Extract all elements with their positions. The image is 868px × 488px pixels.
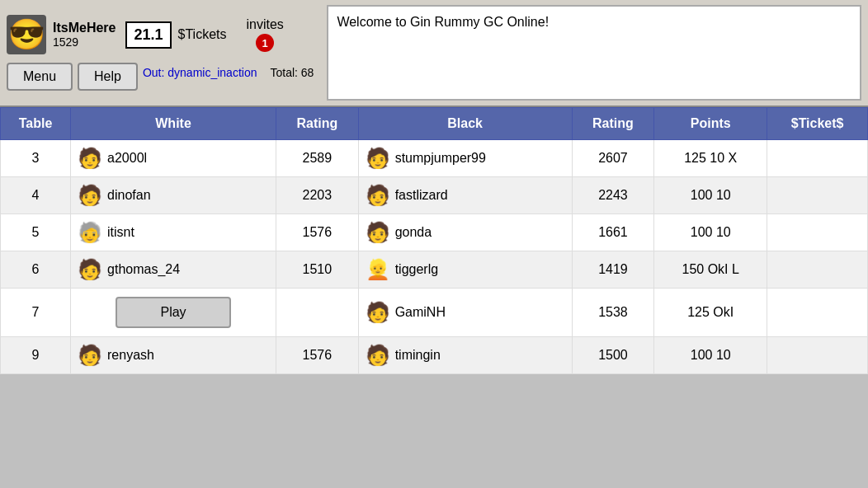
table-row[interactable]: 7Play🧑GamiNH1538125 OkI [1, 289, 868, 337]
user-top: 😎 ItsMeHere 1529 21.1 $Tickets invites 1 [7, 15, 284, 54]
cell-tickets [767, 214, 868, 251]
cell-black-player: 🧑fastlizard [358, 177, 572, 214]
cell-tickets [767, 337, 868, 374]
black-name: timingin [395, 348, 441, 363]
tickets-box: 21.1 [125, 21, 171, 49]
cell-points: 100 10 [654, 337, 767, 374]
menu-button[interactable]: Menu [7, 63, 73, 91]
welcome-box: Welcome to Gin Rummy GC Online! [327, 5, 861, 101]
cell-white-player: 🧑a2000l [71, 140, 276, 177]
cell-table-num: 6 [1, 251, 71, 289]
black-avatar: 🧑 [366, 303, 390, 322]
white-avatar: 🧓 [78, 223, 102, 242]
table-body: 3🧑a2000l2589🧑stumpjumper992607125 10 X4🧑… [1, 140, 868, 374]
cell-black-player: 🧑gonda [358, 214, 572, 251]
black-name: fastlizard [395, 188, 448, 203]
cell-black-rating: 1661 [572, 214, 654, 251]
cell-white-player: 🧓itisnt [71, 214, 276, 251]
table-row[interactable]: 5🧓itisnt1576🧑gonda1661100 10 [1, 214, 868, 251]
invites-badge[interactable]: 1 [256, 34, 274, 52]
white-name: gthomas_24 [107, 262, 180, 277]
white-avatar: 🧑 [78, 148, 102, 168]
black-avatar: 👱 [366, 260, 390, 279]
black-avatar: 🧑 [366, 345, 390, 365]
white-name: a2000l [107, 151, 147, 166]
buttons-row: Menu Help Out: dynamic_inaction Total: 6… [7, 63, 314, 91]
cell-black-rating: 2243 [572, 177, 654, 214]
cell-white-rating: 1576 [276, 337, 359, 374]
total-label: Total: 68 [270, 66, 314, 91]
white-name: itisnt [107, 225, 134, 240]
cell-table-num: 3 [1, 140, 71, 177]
table-row[interactable]: 6🧑gthomas_241510👱tiggerlg1419150 OkI L [1, 251, 868, 289]
col-points: Points [654, 108, 767, 140]
cell-white-rating: 1576 [276, 214, 359, 251]
play-button[interactable]: Play [116, 297, 231, 328]
cell-white-player: 🧑renyash [71, 337, 276, 374]
cell-tickets [767, 289, 868, 337]
username-info: ItsMeHere 1529 [53, 21, 116, 49]
black-avatar: 🧑 [366, 223, 390, 242]
cell-black-player: 🧑timingin [358, 337, 572, 374]
col-white: White [71, 108, 276, 140]
username: ItsMeHere [53, 21, 116, 35]
cell-tickets [767, 177, 868, 214]
cell-white-rating [276, 289, 359, 337]
cell-tickets [767, 140, 868, 177]
table-row[interactable]: 9🧑renyash1576🧑timingin1500100 10 [1, 337, 868, 374]
invites-label: invites [247, 17, 284, 32]
cell-table-num: 5 [1, 214, 71, 251]
cell-black-rating: 1538 [572, 289, 654, 337]
white-avatar: 🧑 [78, 345, 102, 365]
col-table: Table [1, 108, 71, 140]
cell-white-rating: 2589 [276, 140, 359, 177]
tickets-label: $Tickets [178, 27, 227, 42]
cell-black-player: 👱tiggerlg [358, 251, 572, 289]
cell-black-rating: 1419 [572, 251, 654, 289]
black-name: stumpjumper99 [395, 151, 486, 166]
cell-black-rating: 1500 [572, 337, 654, 374]
welcome-text: Welcome to Gin Rummy GC Online! [337, 15, 549, 30]
col-tickets: $Ticket$ [767, 108, 868, 140]
status-text: Out: dynamic_inaction [143, 66, 257, 91]
white-name: dinofan [107, 188, 151, 203]
invites-section[interactable]: invites 1 [247, 17, 284, 52]
user-section: 😎 ItsMeHere 1529 21.1 $Tickets invites 1… [7, 15, 314, 91]
game-table: Table White Rating Black Rating Points $… [0, 107, 868, 374]
cell-white-rating: 2203 [276, 177, 359, 214]
black-name: gonda [395, 225, 432, 240]
cell-white-rating: 1510 [276, 251, 359, 289]
cell-white-player: Play [71, 289, 276, 337]
table-row[interactable]: 3🧑a2000l2589🧑stumpjumper992607125 10 X [1, 140, 868, 177]
white-avatar: 🧑 [78, 185, 102, 205]
white-name: renyash [107, 348, 154, 363]
avatar: 😎 [7, 15, 46, 54]
black-name: GamiNH [395, 305, 446, 320]
cell-table-num: 4 [1, 177, 71, 214]
black-name: tiggerlg [395, 262, 438, 277]
cell-white-player: 🧑dinofan [71, 177, 276, 214]
cell-black-player: 🧑stumpjumper99 [358, 140, 572, 177]
help-button[interactable]: Help [78, 63, 138, 91]
cell-points: 125 10 X [654, 140, 767, 177]
cell-points: 100 10 [654, 214, 767, 251]
cell-black-player: 🧑GamiNH [358, 289, 572, 337]
cell-points: 150 OkI L [654, 251, 767, 289]
cell-white-player: 🧑gthomas_24 [71, 251, 276, 289]
tickets-value: 21.1 [134, 26, 163, 43]
cell-table-num: 7 [1, 289, 71, 337]
col-rating-black: Rating [572, 108, 654, 140]
cell-black-rating: 2607 [572, 140, 654, 177]
col-black: Black [358, 108, 572, 140]
cell-points: 100 10 [654, 177, 767, 214]
table-header-row: Table White Rating Black Rating Points $… [1, 108, 868, 140]
cell-table-num: 9 [1, 337, 71, 374]
status-row: Out: dynamic_inaction Total: 68 [143, 66, 314, 91]
cell-points: 125 OkI [654, 289, 767, 337]
table-row[interactable]: 4🧑dinofan2203🧑fastlizard2243100 10 [1, 177, 868, 214]
white-avatar: 🧑 [78, 260, 102, 279]
black-avatar: 🧑 [366, 148, 390, 168]
cell-tickets [767, 251, 868, 289]
col-rating-white: Rating [276, 108, 359, 140]
header: 😎 ItsMeHere 1529 21.1 $Tickets invites 1… [0, 0, 868, 107]
